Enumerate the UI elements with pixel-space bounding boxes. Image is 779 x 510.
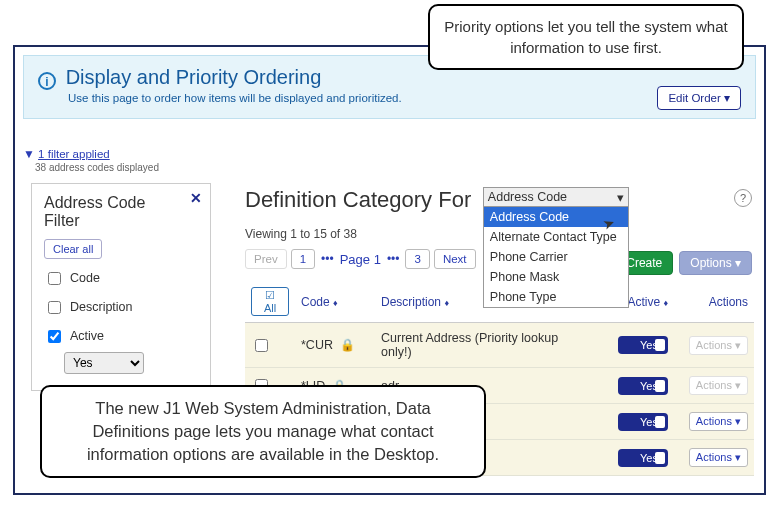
page-indicator: Page 1: [340, 252, 381, 267]
page-title: Definition Category For: [245, 187, 471, 213]
dropdown-item[interactable]: Alternate Contact Type: [484, 227, 628, 247]
page-1-button[interactable]: 1: [291, 249, 315, 269]
active-toggle[interactable]: Yes: [618, 377, 668, 395]
page-3-button[interactable]: 3: [405, 249, 429, 269]
col-actions: Actions: [674, 281, 754, 323]
filter-applied-link[interactable]: 1 filter applied: [38, 148, 110, 160]
active-toggle[interactable]: Yes: [618, 413, 668, 431]
filter-option-label: Active: [70, 329, 104, 343]
filter-option-active[interactable]: Active: [44, 327, 198, 346]
checkbox-code[interactable]: [48, 272, 61, 285]
row-actions-button[interactable]: Actions ▾: [689, 448, 748, 467]
banner-title: Display and Priority Ordering: [66, 66, 322, 88]
row-actions-button: Actions ▾: [689, 336, 748, 355]
caret-down-icon: ▾: [735, 256, 741, 270]
row-actions-button: Actions ▾: [689, 376, 748, 395]
sidebar-filter-panel: ✕ Address Code Filter Clear all Code Des…: [31, 183, 211, 391]
clear-all-button[interactable]: Clear all: [44, 239, 102, 259]
dropdown-item[interactable]: Address Code: [484, 207, 628, 227]
filter-option-label: Description: [70, 300, 133, 314]
sort-icon: ♦: [333, 298, 338, 308]
active-toggle[interactable]: Yes: [618, 336, 668, 354]
info-icon: i: [38, 72, 56, 90]
lock-icon: 🔒: [340, 338, 355, 352]
callout-top: Priority options let you tell the system…: [428, 4, 744, 70]
options-button[interactable]: Options ▾: [679, 251, 752, 275]
active-toggle[interactable]: Yes: [618, 449, 668, 467]
col-code[interactable]: Code ♦: [295, 281, 375, 323]
sidebar-title: Address Code Filter: [44, 194, 198, 231]
category-select-value: Address Code: [488, 190, 567, 204]
cell-code: *CUR 🔒: [295, 323, 375, 368]
select-all-button[interactable]: ☑ All: [251, 287, 289, 316]
checkbox-active[interactable]: [48, 330, 61, 343]
filter-option-label: Code: [70, 271, 100, 285]
edit-order-button[interactable]: Edit Order ▾: [657, 86, 741, 110]
all-label: All: [264, 302, 276, 314]
category-select[interactable]: Address Code ▾: [483, 187, 629, 207]
create-label: Create: [626, 256, 662, 270]
ellipsis-icon: •••: [319, 252, 336, 266]
dropdown-item[interactable]: Phone Mask: [484, 267, 628, 287]
prev-button[interactable]: Prev: [245, 249, 287, 269]
dropdown-item[interactable]: Phone Carrier: [484, 247, 628, 267]
cell-description: Current Address (Priority lookup only!): [375, 323, 594, 368]
banner-subtitle: Use this page to order how items will be…: [68, 92, 741, 104]
filter-applied-row: ▼ 1 filter applied 38 address codes disp…: [23, 147, 159, 173]
options-label: Options: [690, 256, 731, 270]
row-actions-button[interactable]: Actions ▾: [689, 412, 748, 431]
check-icon: ☑: [265, 289, 275, 301]
callout-bottom: The new J1 Web System Administration, Da…: [40, 385, 486, 478]
close-icon[interactable]: ✕: [190, 190, 202, 206]
sort-icon: ♦: [444, 298, 449, 308]
caret-down-icon: ▾: [724, 92, 730, 104]
filter-option-code[interactable]: Code: [44, 269, 198, 288]
category-dropdown: Address Code Alternate Contact Type Phon…: [483, 207, 629, 308]
next-button[interactable]: Next: [434, 249, 476, 269]
edit-order-label: Edit Order: [668, 92, 720, 104]
table-row: *CUR 🔒Current Address (Priority lookup o…: [245, 323, 754, 368]
dropdown-item[interactable]: Phone Type: [484, 287, 628, 307]
active-select[interactable]: Yes: [64, 352, 144, 374]
filter-option-description[interactable]: Description: [44, 298, 198, 317]
filter-sub: 38 address codes displayed: [35, 162, 159, 173]
ellipsis-icon: •••: [385, 252, 402, 266]
help-icon[interactable]: ?: [734, 189, 752, 207]
checkbox-description[interactable]: [48, 301, 61, 314]
chevron-down-icon: ▾: [617, 190, 624, 205]
row-checkbox[interactable]: [255, 339, 268, 352]
funnel-icon: ▼: [23, 147, 35, 161]
sort-icon: ♦: [663, 298, 668, 308]
